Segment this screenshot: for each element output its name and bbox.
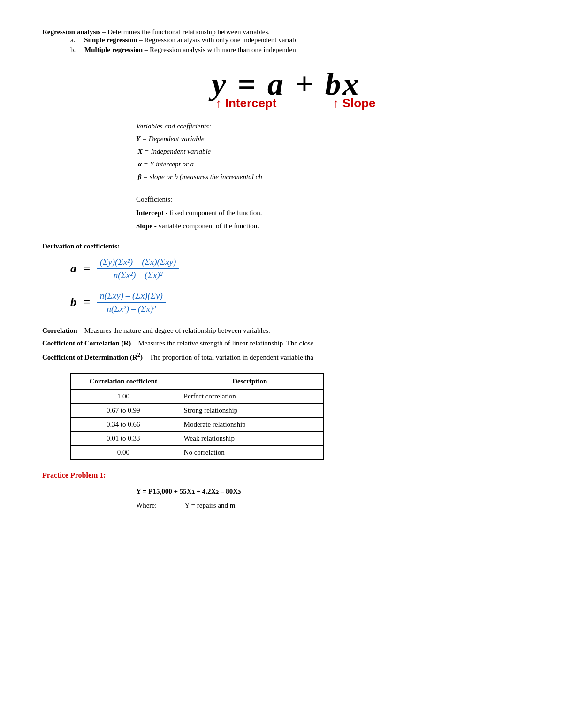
- frac-b-den: n(Σx²) – (Σx)²: [104, 303, 159, 315]
- coeff-cell: 0.00: [71, 445, 176, 459]
- desc-cell: Moderate relationship: [176, 417, 323, 431]
- coeff-corr-rest: – Measures the relative strength of line…: [133, 339, 313, 347]
- table-row: 0.67 to 0.99 Strong relationship: [71, 403, 324, 417]
- table-row: 0.34 to 0.66 Moderate relationship: [71, 417, 324, 431]
- coeff-det-rest: – The proportion of total variation in d…: [145, 353, 313, 361]
- practice-formula-text: Y = P15,000 + 55X₁ + 4.2X₂ – 80X₃: [136, 488, 241, 495]
- equals-b: =: [80, 295, 93, 309]
- derivation-heading: Derivation of coefficients:: [42, 242, 530, 250]
- slope-coeff-line: Slope - variable component of the functi…: [136, 222, 259, 230]
- practice-section: Practice Problem 1: Y = P15,000 + 55X₁ +…: [42, 471, 530, 512]
- correlation-section: Correlation – Measures the nature and de…: [42, 324, 530, 364]
- var-x-line: X = Independent variable: [136, 148, 211, 155]
- correlation-table: Correlation coefficient Description 1.00…: [70, 373, 324, 460]
- desc-cell: Strong relationship: [176, 403, 323, 417]
- coefficients-block: Coefficients: Intercept - fixed componen…: [136, 193, 530, 233]
- derivation-section: Derivation of coefficients: a = (Σy)(Σx²…: [42, 242, 530, 315]
- practice-where-label: Where:: [136, 502, 183, 509]
- desc-cell: Perfect correlation: [176, 389, 323, 403]
- intercept-coeff-line: Intercept - fixed component of the funct…: [136, 209, 262, 217]
- multiple-regression-item: b. Multiple regression – Regression anal…: [70, 46, 530, 54]
- var-y-line: Y = Dependent variable: [136, 135, 205, 143]
- multiple-regression-def: – Regression analysis with more than one…: [143, 46, 296, 53]
- coeff-corr-bold: Coefficient of Correlation (R): [42, 339, 131, 347]
- formula-b-row: b = n(Σxy) – (Σx)(Σy) n(Σx²) – (Σx)²: [70, 290, 530, 315]
- table-row: 0.00 No correlation: [71, 445, 324, 459]
- simple-regression-def: – Regression analysis with only one inde…: [137, 36, 297, 44]
- frac-b-num: n(Σxy) – (Σx)(Σy): [97, 290, 166, 302]
- table-header-desc: Description: [176, 373, 323, 389]
- main-formula-area: y = a + bx ↑ Intercept ↑ Slope: [42, 68, 530, 111]
- coeff-cell: 1.00: [71, 389, 176, 403]
- table-row: 0.01 to 0.33 Weak relationship: [71, 431, 324, 445]
- correlation-line3: Coefficient of Determination (R2) – The …: [42, 350, 530, 364]
- equals-a: =: [80, 262, 93, 276]
- correlation-line2: Coefficient of Correlation (R) – Measure…: [42, 337, 530, 350]
- frac-a-num: (Σy)(Σx²) – (Σx)(Σxy): [97, 256, 179, 268]
- fraction-a: (Σy)(Σx²) – (Σx)(Σxy) n(Σx²) – (Σx)²: [97, 256, 179, 281]
- table-header-row: Correlation coefficient Description: [71, 373, 324, 389]
- correlation-line1: Correlation – Measures the nature and de…: [42, 324, 530, 337]
- table-header-coeff: Correlation coefficient: [71, 373, 176, 389]
- coefficients-title: Coefficients:: [136, 195, 172, 203]
- coeff-cell: 0.01 to 0.33: [71, 431, 176, 445]
- practice-formula-line: Y = P15,000 + 55X₁ + 4.2X₂ – 80X₃: [136, 484, 530, 498]
- coeff-det-bold: Coefficient of Determination (R2): [42, 353, 143, 361]
- practice-formula-block: Y = P15,000 + 55X₁ + 4.2X₂ – 80X₃ Where:…: [136, 484, 530, 512]
- formula-a-row: a = (Σy)(Σx²) – (Σx)(Σxy) n(Σx²) – (Σx)²: [70, 256, 530, 281]
- table-row: 1.00 Perfect correlation: [71, 389, 324, 403]
- correlation-rest: – Measures the nature and degree of rela…: [79, 327, 270, 334]
- frac-a-den: n(Σx²) – (Σx)²: [111, 269, 166, 281]
- practice-heading: Practice Problem 1:: [42, 471, 530, 480]
- slope-label: ↑ Slope: [333, 96, 376, 111]
- coeff-cell: 0.34 to 0.66: [71, 417, 176, 431]
- simple-regression-item: a. Simple regression – Regression analys…: [70, 36, 530, 44]
- var-alpha-line: α = Y-intercept or a: [136, 160, 194, 168]
- var-a-letter: a: [70, 262, 76, 276]
- variables-title: Variables and coefficients:: [136, 122, 211, 130]
- regression-heading-bold: Regression analysis: [42, 28, 100, 36]
- fraction-b: n(Σxy) – (Σx)(Σy) n(Σx²) – (Σx)²: [97, 290, 166, 315]
- item-a-label: a.: [70, 36, 82, 44]
- practice-where-line: Where: Y = repairs and m: [136, 498, 530, 512]
- regression-heading-def: – Determines the functional relationship…: [100, 28, 270, 36]
- correlation-bold: Correlation: [42, 327, 77, 334]
- multiple-regression-bold: Multiple regression: [84, 46, 143, 53]
- variables-block: Variables and coefficients: Y = Dependen…: [136, 120, 530, 183]
- coeff-cell: 0.67 to 0.99: [71, 403, 176, 417]
- desc-cell: No correlation: [176, 445, 323, 459]
- practice-y-def: Y = repairs and m: [185, 502, 236, 509]
- desc-cell: Weak relationship: [176, 431, 323, 445]
- item-b-label: b.: [70, 46, 83, 53]
- table-body: 1.00 Perfect correlation 0.67 to 0.99 St…: [71, 389, 324, 459]
- var-b-letter: b: [70, 295, 76, 309]
- regression-section: Regression analysis – Determines the fun…: [42, 28, 530, 54]
- simple-regression-bold: Simple regression: [84, 36, 137, 44]
- main-formula-display: y = a + bx: [212, 68, 361, 100]
- var-beta-line: β = slope or b (measures the incremental…: [136, 173, 262, 180]
- regression-heading: Regression analysis – Determines the fun…: [42, 28, 530, 36]
- intercept-label: ↑ Intercept: [215, 96, 276, 111]
